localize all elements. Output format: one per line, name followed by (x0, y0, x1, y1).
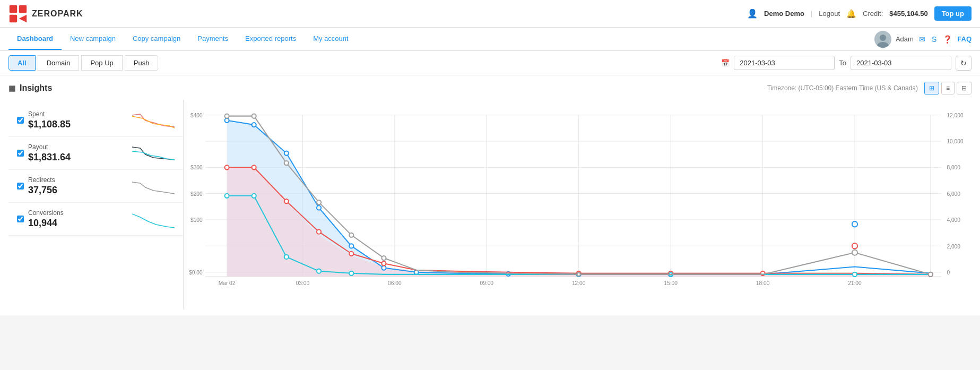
svg-point-50 (381, 265, 386, 270)
svg-point-77 (252, 114, 256, 118)
svg-point-83 (852, 250, 857, 255)
svg-text:Mar 02: Mar 02 (219, 280, 236, 286)
nav-item-dashboard[interactable]: Dashboard (8, 28, 62, 50)
metric-info-spent: Spent $1,108.85 (28, 110, 128, 130)
skype-icon[interactable]: S (932, 35, 936, 44)
svg-text:$300: $300 (190, 165, 203, 170)
svg-text:21:00: 21:00 (848, 280, 862, 286)
insights-title-text: Insights (20, 83, 52, 93)
view-toggle: ⊞ ≡ ⊟ (924, 82, 972, 94)
credit-label: Credit: (863, 10, 883, 18)
metric-info-redirects: Redirects 37,756 (28, 176, 128, 196)
svg-point-58 (252, 165, 256, 169)
svg-point-79 (317, 200, 321, 204)
refresh-button[interactable]: ↻ (956, 56, 972, 71)
main-content: Spent $1,108.85 Payout $1,831.64 (8, 100, 972, 309)
metric-checkbox-payout[interactable] (17, 150, 24, 157)
view-grid-button[interactable]: ⊞ (924, 82, 939, 94)
svg-point-78 (284, 161, 289, 165)
svg-point-48 (317, 205, 321, 210)
metric-item-conversions: Conversions 10,944 (8, 203, 183, 236)
filter-tab-domain[interactable]: Domain (38, 55, 80, 71)
metric-item-spent: Spent $1,108.85 (8, 104, 183, 137)
svg-point-75 (853, 272, 857, 277)
svg-text:12,000: 12,000 (947, 113, 963, 118)
metric-value-spent: $1,108.85 (28, 119, 128, 130)
svg-text:4,000: 4,000 (947, 217, 960, 223)
second-nav: Dashboard New campaign Copy campaign Pay… (0, 28, 980, 51)
svg-point-61 (349, 252, 353, 256)
faq-link[interactable]: FAQ (957, 35, 972, 43)
calendar-icon: 📅 (721, 59, 730, 67)
svg-point-71 (317, 269, 321, 273)
insights-container: ▦ Insights Timezone: (UTC-05:00) Eastern… (0, 75, 980, 315)
svg-point-82 (577, 273, 580, 276)
separator: | (811, 10, 812, 18)
metric-checkbox-spent[interactable] (17, 117, 24, 124)
chart-bar-icon: ▦ (8, 84, 15, 92)
nav-item-payments[interactable]: Payments (189, 28, 237, 50)
timezone-info: Timezone: (UTC-05:00) Eastern Time (US &… (767, 84, 918, 92)
svg-point-70 (284, 255, 289, 259)
insights-header: ▦ Insights Timezone: (UTC-05:00) Eastern… (8, 82, 972, 94)
metric-checkbox-redirects[interactable] (17, 183, 24, 190)
logo-icon (8, 4, 28, 23)
svg-text:$200: $200 (190, 191, 203, 197)
filter-bar: All Domain Pop Up Push 📅 To ↻ (0, 51, 980, 75)
svg-point-57 (225, 165, 229, 169)
date-to-input[interactable] (851, 56, 951, 70)
question-icon[interactable]: ❓ (943, 35, 952, 44)
svg-text:0: 0 (947, 270, 950, 276)
user-name: Demo Demo (764, 10, 804, 18)
metric-checkbox-conversions[interactable] (17, 216, 24, 222)
view-columns-button[interactable]: ⊟ (957, 82, 972, 94)
svg-point-51 (414, 270, 419, 274)
bell-icon[interactable]: 🔔 (846, 9, 856, 19)
view-table-button[interactable]: ≡ (941, 82, 955, 94)
logout-link[interactable]: Logout (819, 10, 840, 18)
top-nav-right: 👤 Demo Demo | Logout 🔔 Credit: $455,104.… (747, 6, 972, 21)
chart-area: $400 $300 $200 $100 $0.00 12,000 10,000 … (184, 100, 972, 309)
logo-text: ZEROPARK (32, 9, 83, 19)
svg-point-59 (284, 199, 289, 203)
nav-item-my-account[interactable]: My account (305, 28, 357, 50)
svg-point-84 (929, 272, 933, 277)
sparkline-conversions (132, 210, 175, 229)
svg-rect-0 (10, 5, 17, 12)
svg-point-55 (852, 221, 857, 227)
svg-point-46 (252, 123, 256, 127)
nav-item-new-campaign[interactable]: New campaign (62, 28, 124, 50)
svg-point-47 (284, 151, 289, 155)
user-icon: 👤 (747, 8, 758, 19)
left-panel: Spent $1,108.85 Payout $1,831.64 (8, 100, 184, 309)
svg-point-60 (317, 230, 321, 234)
metric-item-payout: Payout $1,831.64 (8, 137, 183, 170)
svg-text:$0.00: $0.00 (189, 270, 203, 276)
svg-rect-2 (10, 14, 17, 22)
svg-point-72 (349, 271, 353, 276)
date-range: 📅 To ↻ (721, 56, 972, 71)
metric-label-conversions: Conversions (28, 209, 128, 217)
date-separator: To (839, 59, 846, 67)
metric-value-conversions: 10,944 (28, 218, 128, 229)
metric-info-conversions: Conversions 10,944 (28, 209, 128, 229)
nav-item-copy-campaign[interactable]: Copy campaign (124, 28, 189, 50)
sparkline-redirects (132, 177, 175, 196)
filter-tab-popup[interactable]: Pop Up (81, 55, 122, 71)
metric-value-payout: $1,831.64 (28, 152, 128, 163)
nav-item-exported-reports[interactable]: Exported reports (237, 28, 305, 50)
svg-point-81 (381, 256, 386, 260)
date-from-input[interactable] (734, 56, 835, 70)
svg-rect-1 (19, 5, 27, 12)
mail-icon[interactable]: ✉ (919, 35, 925, 44)
filter-tab-push[interactable]: Push (125, 55, 159, 71)
svg-text:8,000: 8,000 (947, 165, 960, 170)
topup-button[interactable]: Top up (934, 6, 972, 21)
svg-text:03:00: 03:00 (296, 280, 310, 286)
svg-text:15:00: 15:00 (664, 280, 678, 286)
avatar (874, 31, 891, 48)
filter-tab-all[interactable]: All (8, 55, 36, 71)
svg-text:$400: $400 (190, 113, 203, 118)
svg-point-5 (880, 35, 886, 41)
svg-text:06:00: 06:00 (388, 280, 402, 286)
